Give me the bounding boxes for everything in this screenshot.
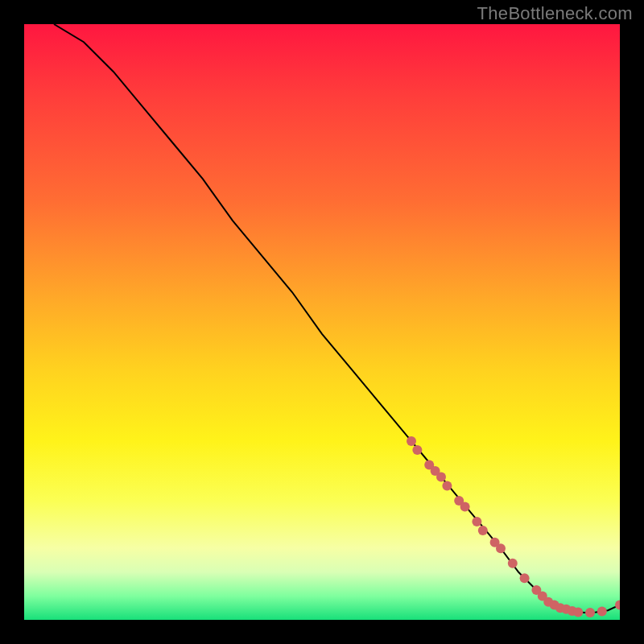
watermark-text: TheBottleneck.com [477,3,633,24]
plot-area [24,24,620,620]
chart-frame: TheBottleneck.com [0,0,644,644]
